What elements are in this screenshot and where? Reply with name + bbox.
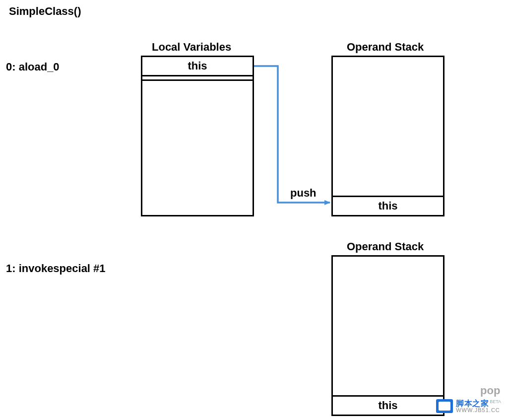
operand-stack-2-heading: Operand Stack <box>347 240 424 253</box>
operand-stack-1-this-label: this <box>378 200 397 212</box>
watermark-line1: 脚本之家 <box>456 399 489 408</box>
local-variables-this-cell: this <box>141 56 254 76</box>
watermark-icon <box>436 399 453 413</box>
instruction-0: 0: aload_0 <box>6 61 60 73</box>
method-title: SimpleClass() <box>9 5 81 18</box>
operand-stack-1-box <box>331 56 444 216</box>
watermark-beta: BETA <box>490 399 501 404</box>
operand-stack-2-this-label: this <box>378 399 397 412</box>
operand-stack-1-this-cell: this <box>331 196 444 216</box>
push-label: push <box>290 187 317 200</box>
watermark-line2: WWW.JB51.CC <box>456 408 501 413</box>
instruction-1: 1: invokespecial #1 <box>6 262 106 275</box>
pop-label-partial: pop <box>480 384 500 397</box>
operand-stack-1-heading: Operand Stack <box>347 41 424 54</box>
local-variables-divider <box>141 79 254 81</box>
operand-stack-2-box <box>331 255 444 416</box>
watermark: 脚本之家BETA WWW.JB51.CC <box>436 399 501 413</box>
operand-stack-2-this-cell: this <box>331 395 444 416</box>
local-variables-this-label: this <box>188 60 207 72</box>
local-variables-heading: Local Variables <box>152 41 231 54</box>
